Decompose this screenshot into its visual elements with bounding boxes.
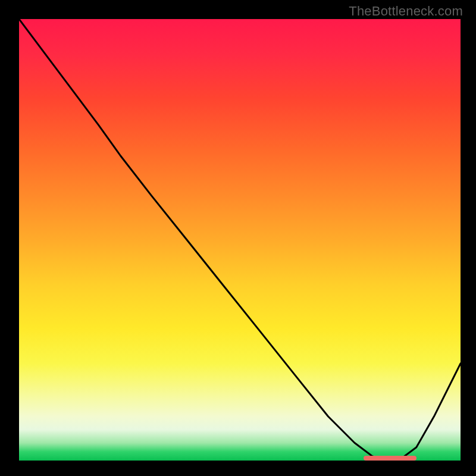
chart-frame: TheBottleneck.com [0,0,476,476]
optimal-range-marker [364,456,416,461]
chart-plot-area [19,19,461,461]
watermark-text: TheBottleneck.com [349,4,463,19]
bottleneck-curve [19,19,461,461]
curve-svg [19,19,461,461]
